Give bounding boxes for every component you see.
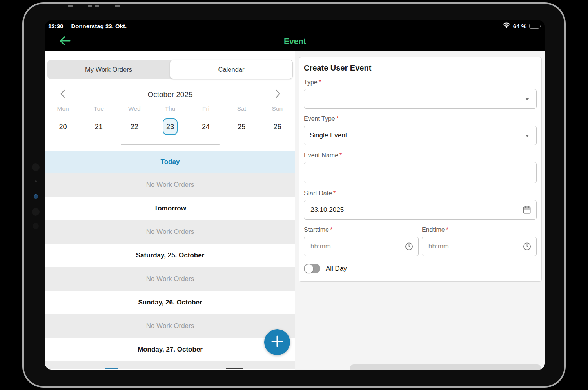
volume-down-button (95, 5, 99, 7)
cutoff-content (226, 368, 243, 369)
weekday-label: Thu (152, 105, 188, 115)
calendar-header: October 2025 (45, 84, 295, 105)
date-row: 20 21 22 23 24 25 26 (45, 115, 295, 140)
arrow-left-icon (58, 35, 71, 48)
endtime-input[interactable] (428, 242, 515, 251)
status-date: Donnerstag 23. Okt. (71, 23, 127, 29)
event-type-label: Event Type* (304, 115, 537, 122)
view-segmented-control: My Work Orders Calendar (47, 60, 293, 79)
event-form-panel: Create User Event Type* Event Type* Sing… (295, 51, 545, 370)
plus-icon (270, 335, 284, 350)
calendar-scroll-indicator[interactable] (121, 144, 220, 145)
starttime-input[interactable] (310, 242, 397, 251)
all-day-row: All Day (304, 264, 537, 273)
starttime-label: Starttime* (304, 226, 419, 233)
type-select[interactable] (304, 89, 537, 109)
type-label: Type* (304, 79, 537, 86)
agenda-row-header: Sunday, 26. October (45, 291, 295, 314)
calendar-month-label: October 2025 (45, 90, 295, 99)
date-cell-20[interactable]: 20 (56, 118, 71, 135)
battery-percent: 64 % (513, 23, 526, 29)
all-day-label: All Day (326, 265, 347, 273)
cutoff-content (105, 368, 118, 369)
agenda-row-empty: No Work Orders (45, 220, 295, 244)
status-bar: 12:30 Donnerstag 23. Okt. 64 % (45, 20, 545, 31)
weekday-label: Mon (45, 105, 81, 115)
date-cell-25[interactable]: 25 (234, 118, 249, 135)
event-type-value: Single Event (310, 131, 347, 139)
sensor-dot (33, 223, 39, 229)
add-event-fab[interactable] (264, 329, 290, 355)
wifi-icon (503, 22, 510, 29)
calendar-icon[interactable] (522, 205, 532, 215)
agenda-row-header: Monday, 27. October (45, 338, 295, 361)
back-button[interactable] (57, 35, 73, 48)
event-name-input[interactable] (310, 168, 497, 177)
caret-down-icon (525, 98, 529, 100)
date-cell-26[interactable]: 26 (270, 118, 285, 135)
agenda-row-header: Saturday, 25. October (45, 244, 295, 267)
date-cell-23-selected[interactable]: 23 (163, 118, 178, 135)
camera-lens-icon (34, 194, 38, 199)
clock-time: 12:30 (48, 23, 63, 29)
weekday-row: Mon Tue Wed Thu Fri Sat Sun (45, 105, 295, 115)
next-month-button[interactable] (269, 86, 287, 103)
start-date-field[interactable] (304, 200, 537, 220)
time-fields-row: Starttime* (304, 226, 537, 263)
prev-month-button[interactable] (54, 86, 71, 103)
chevron-right-icon (276, 89, 281, 100)
event-type-select[interactable]: Single Event (304, 126, 537, 145)
caret-down-icon (525, 135, 529, 137)
weekday-label: Sat (224, 105, 260, 115)
starttime-field[interactable] (304, 237, 419, 256)
volume-up-button (88, 5, 92, 7)
event-name-label: Event Name* (304, 152, 537, 159)
date-cell-24[interactable]: 24 (198, 118, 213, 135)
bottom-action-button-partial[interactable] (350, 364, 541, 370)
start-date-label: Start Date* (304, 190, 537, 197)
agenda-row-empty: No Work Orders (45, 267, 295, 291)
app-screen: 12:30 Donnerstag 23. Okt. 64 % (45, 20, 545, 370)
tab-my-work-orders[interactable]: My Work Orders (47, 60, 170, 79)
camera-dot-2 (32, 208, 40, 216)
agenda-row-partial (45, 361, 295, 369)
form-title: Create User Event (304, 64, 537, 73)
agenda-row-today[interactable]: Today (45, 151, 295, 173)
weekday-label: Fri (188, 105, 224, 115)
weekday-label: Tue (81, 105, 116, 115)
app-header: Event (45, 31, 545, 51)
weekday-label: Wed (116, 105, 152, 115)
tab-calendar[interactable]: Calendar (170, 60, 293, 79)
page-title: Event (45, 36, 545, 46)
clock-icon[interactable] (405, 242, 414, 251)
battery-icon (529, 24, 539, 29)
create-user-event-card: Create User Event Type* Event Type* Sing… (299, 57, 542, 282)
camera-dot (32, 163, 40, 171)
chevron-left-icon (60, 89, 65, 100)
date-cell-21[interactable]: 21 (91, 118, 106, 135)
endtime-label: Endtime* (422, 226, 537, 233)
endtime-field[interactable] (422, 237, 537, 256)
all-day-toggle[interactable] (304, 264, 320, 273)
start-date-input[interactable] (310, 206, 497, 214)
power-button (115, 5, 120, 7)
clock-icon[interactable] (523, 242, 532, 251)
mic-dot (35, 180, 37, 182)
toggle-knob (305, 264, 313, 273)
agenda-row-header: Tomorrow (45, 197, 295, 220)
work-orders-panel: My Work Orders Calendar October 2025 Mon (45, 51, 295, 370)
agenda-row-empty: No Work Orders (45, 314, 295, 338)
agenda-row-empty: No Work Orders (45, 173, 295, 197)
date-cell-22[interactable]: 22 (127, 118, 142, 135)
event-name-input-wrap (304, 162, 537, 183)
top-button (68, 5, 73, 7)
weekday-label: Sun (260, 105, 295, 115)
